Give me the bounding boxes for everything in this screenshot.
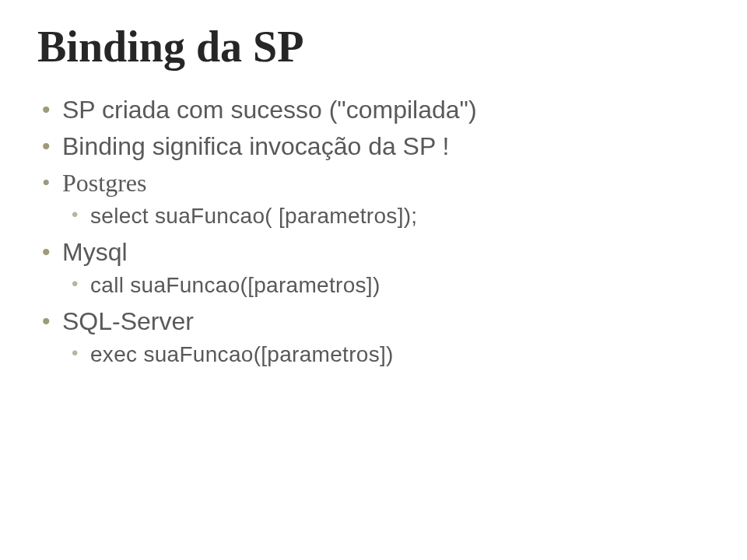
bullet-subitem: select suaFuncao( [parametros]); — [62, 201, 710, 231]
bullet-text: Binding significa invocação da SP ! — [62, 132, 450, 160]
bullet-subitem: call suaFuncao([parametros]) — [62, 271, 710, 300]
bullet-sublist: select suaFuncao( [parametros]); — [62, 201, 710, 231]
bullet-subitem: exec suaFuncao([parametros]) — [62, 340, 710, 369]
bullet-sublist: call suaFuncao([parametros]) — [62, 271, 710, 300]
bullet-text: SQL-Server — [62, 307, 194, 335]
bullet-list: SP criada com sucesso ("compilada") Bind… — [37, 93, 710, 369]
bullet-item-sqlserver: SQL-Server exec suaFuncao([parametros]) — [37, 305, 710, 369]
bullet-sublist: exec suaFuncao([parametros]) — [62, 340, 710, 369]
bullet-subtext: exec suaFuncao([parametros]) — [90, 342, 394, 366]
bullet-item-postgres: Postgres select suaFuncao( [parametros])… — [37, 166, 710, 231]
bullet-subtext: select suaFuncao( [parametros]); — [90, 204, 417, 228]
bullet-item: SP criada com sucesso ("compilada") — [37, 93, 710, 127]
bullet-item-mysql: Mysql call suaFuncao([parametros]) — [37, 236, 710, 300]
slide-title: Binding da SP — [37, 23, 710, 72]
slide: Binding da SP SP criada com sucesso ("co… — [0, 0, 747, 560]
bullet-text: SP criada com sucesso ("compilada") — [62, 96, 477, 124]
bullet-subtext: call suaFuncao([parametros]) — [90, 273, 381, 297]
bullet-item: Binding significa invocação da SP ! — [37, 130, 710, 163]
bullet-text: Postgres — [62, 169, 146, 197]
bullet-text: Mysql — [62, 238, 128, 266]
